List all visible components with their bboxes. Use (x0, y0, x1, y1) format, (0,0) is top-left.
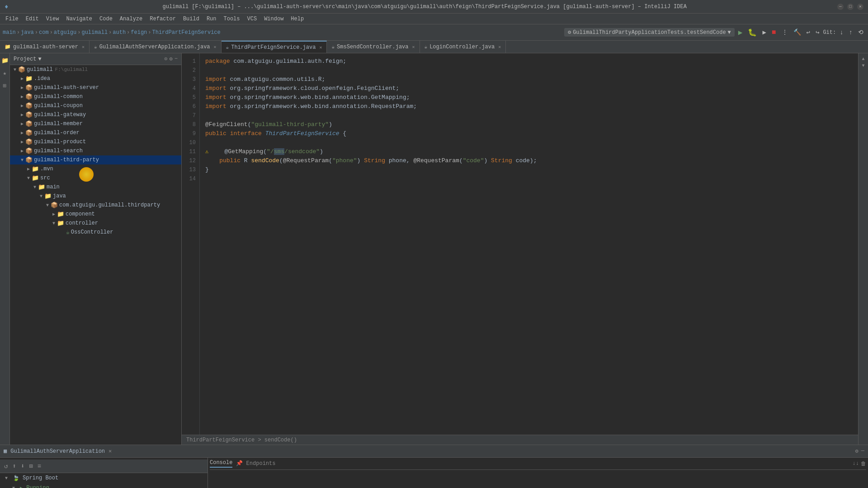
tree-item-common[interactable]: ▶ 📦 gulimall-common (10, 92, 181, 101)
menu-item-navigate[interactable]: Navigate (62, 15, 96, 23)
tree-item-src[interactable]: ▼ 📁 src (10, 174, 181, 183)
tree-item-component[interactable]: ▶ 📁 component (10, 210, 181, 219)
filter-icon[interactable]: ⬇ (19, 461, 26, 471)
maximize-button[interactable]: □ (847, 4, 854, 10)
scroll-up-arrow[interactable]: ▲ (861, 56, 865, 62)
menu-item-vcs[interactable]: VCS (244, 15, 261, 23)
menu-item-file[interactable]: File (2, 15, 22, 23)
tab-third-part-feign[interactable]: ☕ ThirdPartFeignService.java ✕ (222, 41, 327, 53)
module-icon: 📦 (25, 84, 33, 91)
minimize-panel-icon[interactable]: ─ (861, 448, 864, 455)
run-item-springboot[interactable]: ▼ 🍃 Spring Boot (0, 473, 208, 483)
debug-button[interactable]: 🐛 (746, 27, 759, 38)
tree-item-third-party[interactable]: ▼ 📦 gulimall-third-party (10, 155, 181, 164)
breadcrumb-feign[interactable]: feign (131, 29, 147, 36)
tree-item-auth-server[interactable]: ▶ 📦 gulimall-auth-server (10, 83, 181, 92)
git-history-button[interactable]: ⟲ (856, 28, 865, 37)
run-configuration[interactable]: ⚙ GulimallThirdPartyApplicationTests.tes… (564, 28, 735, 37)
tree-item-controller[interactable]: ▼ 📁 controller (10, 219, 181, 228)
tree-label: controller (66, 220, 98, 226)
structure-sidebar-icon[interactable]: ⊞ (2, 81, 8, 91)
more-button[interactable]: ⋮ (780, 28, 790, 37)
collapse-icon[interactable]: − (175, 56, 178, 62)
build-button[interactable]: 🔨 (792, 28, 803, 37)
endpoints-tab[interactable]: 📌 Endpoints (236, 460, 275, 468)
menu-item-view[interactable]: View (42, 15, 63, 23)
tree-item-member[interactable]: ▶ 📦 gulimall-member (10, 119, 181, 128)
console-tab[interactable]: Console (210, 460, 232, 468)
tab-label: SmsSendController.java (337, 44, 408, 50)
minimize-button[interactable]: ─ (837, 4, 844, 10)
tree-item-oss-controller[interactable]: ☕ OssController (10, 228, 181, 237)
stop-button[interactable]: ■ (770, 28, 778, 38)
tab-auth-server[interactable]: 📁 gulimall-auth-server ✕ (0, 41, 90, 53)
module-icon: 📦 (25, 138, 33, 145)
restart-all-icon[interactable]: ↺ (3, 461, 9, 471)
breadcrumb-auth[interactable]: auth (113, 29, 126, 36)
tab-login-controller[interactable]: ☕ LoginController.java ✕ (420, 41, 506, 53)
settings-panel-icon[interactable]: ⚙ (855, 448, 859, 455)
stop-all-icon[interactable]: ⬆ (11, 461, 17, 471)
tree-item-mvn[interactable]: ▶ 📁 .mvn (10, 164, 181, 174)
tree-item-java[interactable]: ▼ 📁 java (10, 192, 181, 201)
tree-item-idea[interactable]: ▶ 📁 .idea (10, 74, 181, 83)
settings-icon[interactable]: ⚙ (170, 56, 173, 62)
breadcrumb-com[interactable]: com (39, 29, 49, 36)
menu-item-window[interactable]: Window (260, 15, 287, 23)
tab-close-icon[interactable]: ✕ (412, 44, 415, 50)
run-item-running[interactable]: ▼ ▶ Running (0, 483, 208, 488)
breadcrumb-atguigu[interactable]: atguigu (54, 29, 76, 36)
scroll-down-arrow[interactable]: ▼ (861, 62, 865, 69)
tree-item-gateway[interactable]: ▶ 📦 gulimall-gateway (10, 110, 181, 119)
breadcrumb-main[interactable]: main (3, 29, 16, 36)
tab-close-icon[interactable]: ✕ (82, 44, 85, 50)
scroll-to-end-icon[interactable]: ↓↓ (853, 460, 859, 467)
locate-icon[interactable]: ⊙ (164, 56, 167, 62)
run-dashboard-close-icon[interactable]: ✕ (108, 448, 112, 455)
favorites-sidebar-icon[interactable]: ★ (2, 68, 8, 78)
git-push-button[interactable]: ↑ (847, 28, 854, 37)
redo-button[interactable]: ↪ (814, 28, 821, 37)
tree-item-coupon[interactable]: ▶ 📦 gulimall-coupon (10, 101, 181, 110)
tree-item-gulimall[interactable]: ▼ 📦 gulimall F:\gulimall (10, 65, 181, 74)
project-sidebar-icon[interactable]: 📁 (0, 56, 10, 66)
menu-item-tools[interactable]: Tools (220, 15, 244, 23)
expand-arrow: ▼ (12, 486, 19, 488)
tree-item-product[interactable]: ▶ 📦 gulimall-product (10, 137, 181, 146)
undo-button[interactable]: ↩ (805, 28, 812, 37)
run-button[interactable]: ▶ (736, 27, 745, 38)
tab-folder-icon: 📁 (5, 44, 11, 50)
breadcrumb-java[interactable]: java (21, 29, 34, 36)
breadcrumb-service[interactable]: ThirdPartFeignService (152, 29, 221, 36)
tab-close-icon[interactable]: ✕ (319, 45, 322, 50)
git-update-button[interactable]: ↓ (838, 28, 845, 37)
tab-close-icon[interactable]: ✕ (214, 44, 217, 50)
menu-item-help[interactable]: Help (287, 15, 307, 23)
close-button[interactable]: ✕ (857, 4, 863, 10)
tree-item-order[interactable]: ▶ 📦 gulimall-order (10, 128, 181, 137)
menu-item-build[interactable]: Build (179, 15, 203, 23)
menu-item-edit[interactable]: Edit (22, 15, 42, 23)
menu-item-run[interactable]: Run (203, 15, 220, 23)
tree-item-package[interactable]: ▼ 📦 com.atguigu.gulimall.thirdparty (10, 201, 181, 210)
tab-auth-application[interactable]: ☕ GulimallAuthServerApplication.java ✕ (90, 41, 222, 53)
run-config-dropdown-icon: ▼ (728, 29, 731, 36)
code-line-5: import org.springframework.web.bind.anno… (205, 93, 858, 102)
tab-sms-controller[interactable]: ☕ SmsSendController.java ✕ (327, 41, 420, 53)
grid-view-icon[interactable]: ⊞ (28, 461, 34, 471)
tree-item-search[interactable]: ▶ 📦 gulimall-search (10, 146, 181, 155)
menu-item-refactor[interactable]: Refactor (146, 15, 179, 23)
code-editor[interactable]: 1 2 3 4 5 6 7 8 9 10 11 12 13 14 package… (182, 53, 858, 445)
tree-item-main[interactable]: ▼ 📁 main (10, 183, 181, 192)
project-header-title[interactable]: Project ▼ (14, 56, 42, 62)
run-dashboard-label: GulimallAuthServerApplication (10, 448, 105, 455)
menu-item-code[interactable]: Code (96, 15, 116, 23)
coverage-button[interactable]: ▶ (760, 28, 768, 37)
tab-close-icon[interactable]: ✕ (498, 44, 501, 50)
filter2-icon[interactable]: ≡ (36, 462, 42, 471)
code-line-7 (205, 111, 858, 120)
breadcrumb-gulimall[interactable]: gulimall (81, 29, 108, 36)
code-line-8: @FeignClient("gulimall-third-party") (205, 120, 858, 129)
menu-item-analyze[interactable]: Analyze (116, 15, 146, 23)
clear-console-icon[interactable]: 🗑 (861, 460, 866, 467)
